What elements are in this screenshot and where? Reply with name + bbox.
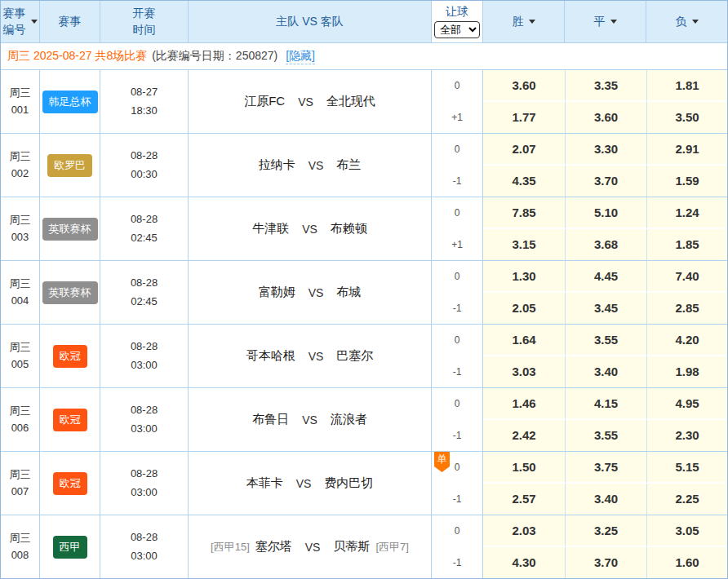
odd-lose[interactable]: 2.25: [646, 484, 727, 515]
odd-draw[interactable]: 3.60: [565, 102, 646, 134]
odd-win[interactable]: 1.30: [483, 261, 565, 293]
header-match-no[interactable]: 赛事编号: [1, 1, 40, 42]
header-lose[interactable]: 负: [646, 1, 727, 42]
hide-link[interactable]: [隐藏]: [286, 49, 315, 64]
odds-line: 1.50 3.75 5.15: [483, 452, 727, 484]
odd-lose[interactable]: 1.98: [646, 356, 727, 388]
odd-lose[interactable]: 2.91: [646, 134, 727, 166]
odd-lose[interactable]: 7.40: [646, 261, 727, 293]
match-time: 03:00: [131, 484, 158, 502]
odd-lose[interactable]: 3.05: [646, 515, 727, 547]
header-match-no-label: 赛事编号: [2, 6, 26, 38]
match-row: 周三 005 欧冠 08-28 03:00 哥本哈根 VS 巴塞尔 0 -1 1…: [1, 325, 727, 388]
odd-draw[interactable]: 4.45: [565, 261, 646, 293]
odd-lose[interactable]: 4.20: [646, 325, 727, 356]
league-badge[interactable]: 欧冠: [53, 409, 87, 431]
teams-cell[interactable]: [西甲15] 塞尔塔 VS 贝蒂斯 [西甲7]: [189, 515, 432, 578]
header-draw[interactable]: 平: [565, 1, 646, 42]
league-badge[interactable]: 西甲: [53, 536, 87, 559]
header-win[interactable]: 胜: [483, 1, 565, 42]
odd-draw[interactable]: 3.75: [565, 452, 646, 484]
odd-draw[interactable]: 3.55: [565, 325, 646, 356]
odd-lose[interactable]: 1.60: [646, 547, 727, 579]
odd-win[interactable]: 7.85: [483, 197, 565, 229]
vs-label: VS: [305, 541, 321, 554]
odd-draw[interactable]: 5.10: [565, 197, 646, 229]
odds-line: 3.60 3.35 1.81: [483, 70, 727, 102]
teams-cell[interactable]: 布鲁日 VS 流浪者: [189, 388, 432, 451]
odd-win[interactable]: 2.07: [483, 134, 565, 166]
odd-lose[interactable]: 2.85: [646, 293, 727, 325]
odd-win[interactable]: 4.30: [483, 547, 565, 579]
odd-win[interactable]: 3.60: [483, 70, 565, 102]
odd-win[interactable]: 4.35: [483, 166, 565, 197]
odd-draw[interactable]: 3.68: [565, 229, 646, 261]
odd-lose[interactable]: 1.24: [646, 197, 727, 229]
header-lose-label: 负: [676, 15, 687, 29]
odd-lose[interactable]: 2.30: [646, 420, 727, 452]
odd-win[interactable]: 3.03: [483, 356, 565, 388]
odd-win[interactable]: 2.57: [483, 484, 565, 515]
odds-cell: 3.60 3.35 1.81 1.77 3.60 3.50: [483, 70, 727, 133]
match-date: 08-28: [131, 401, 158, 419]
odd-win[interactable]: 2.42: [483, 420, 565, 452]
league-badge[interactable]: 欧罗巴: [47, 154, 92, 177]
odds-line: 4.30 3.70 1.60: [483, 547, 727, 579]
odd-win[interactable]: 1.77: [483, 102, 565, 134]
start-time-cell: 08-28 03:00: [100, 515, 189, 578]
away-team: 全北现代: [326, 94, 375, 109]
odd-draw[interactable]: 3.25: [565, 515, 646, 547]
teams-cell[interactable]: 哥本哈根 VS 巴塞尔: [189, 325, 432, 387]
date-title: 周三 2025-08-27 共8场比赛: [7, 49, 147, 64]
odd-draw[interactable]: 3.55: [565, 420, 646, 452]
odd-lose[interactable]: 5.15: [646, 452, 727, 484]
match-code: 004: [11, 293, 29, 310]
league-badge[interactable]: 英联赛杯: [42, 218, 98, 241]
league-badge[interactable]: 英联赛杯: [42, 281, 98, 304]
sort-arrow-icon: [31, 20, 38, 24]
teams-cell[interactable]: 富勒姆 VS 布城: [189, 261, 432, 324]
odd-draw[interactable]: 3.45: [565, 293, 646, 325]
league-badge[interactable]: 韩足总杯: [42, 91, 98, 113]
odd-lose[interactable]: 1.85: [646, 229, 727, 261]
odd-win[interactable]: 1.64: [483, 325, 565, 356]
odd-lose[interactable]: 4.95: [646, 388, 727, 420]
odd-win[interactable]: 2.03: [483, 515, 565, 547]
odds-line: 1.46 4.15 4.95: [483, 388, 727, 420]
odd-draw[interactable]: 3.30: [565, 134, 646, 166]
odd-draw[interactable]: 3.35: [565, 70, 646, 102]
teams-cell[interactable]: 拉纳卡 VS 布兰: [189, 134, 432, 197]
match-day: 周三: [10, 276, 31, 293]
odd-draw[interactable]: 3.70: [565, 547, 646, 579]
odd-lose[interactable]: 1.59: [646, 166, 727, 197]
teams-cell[interactable]: 本菲卡 VS 费内巴切: [189, 452, 432, 515]
odd-win[interactable]: 1.50: [483, 452, 565, 484]
odd-lose[interactable]: 3.50: [646, 102, 727, 134]
odd-win[interactable]: 3.15: [483, 229, 565, 261]
odds-line: 2.42 3.55 2.30: [483, 420, 727, 452]
handicap-value: -1: [432, 420, 482, 452]
match-code: 003: [11, 229, 29, 246]
odds-cell: 1.50 3.75 5.15 2.57 3.40 2.25: [483, 452, 727, 515]
league-badge[interactable]: 欧冠: [53, 345, 87, 368]
match-number-cell: 周三 004: [1, 261, 40, 324]
match-row: 周三 001 韩足总杯 08-27 18:30 江原FC VS 全北现代 0 +…: [1, 70, 727, 134]
match-time: 03:00: [131, 420, 158, 438]
odd-win[interactable]: 2.05: [483, 293, 565, 325]
odd-draw[interactable]: 3.40: [565, 484, 646, 515]
odd-draw[interactable]: 4.15: [565, 388, 646, 420]
home-team: 拉纳卡: [259, 157, 295, 173]
handicap-filter-select[interactable]: 全部: [434, 21, 480, 38]
league-cell: 英联赛杯: [40, 261, 100, 324]
league-badge[interactable]: 欧冠: [53, 472, 87, 495]
odd-draw[interactable]: 3.70: [565, 166, 646, 197]
away-rank: [西甲7]: [375, 540, 408, 555]
odd-draw[interactable]: 3.40: [565, 356, 646, 388]
teams-cell[interactable]: 江原FC VS 全北现代: [189, 70, 432, 133]
odd-lose[interactable]: 1.81: [646, 70, 727, 102]
match-row: 周三 008 西甲 08-28 03:00 [西甲15] 塞尔塔 VS 贝蒂斯 …: [1, 515, 727, 578]
teams-cell[interactable]: 牛津联 VS 布赖顿: [189, 197, 432, 260]
odds-cell: 2.03 3.25 3.05 4.30 3.70 1.60: [483, 515, 727, 578]
match-row: 周三 003 英联赛杯 08-28 02:45 牛津联 VS 布赖顿 0 +1 …: [1, 197, 727, 261]
odd-win[interactable]: 1.46: [483, 388, 565, 420]
